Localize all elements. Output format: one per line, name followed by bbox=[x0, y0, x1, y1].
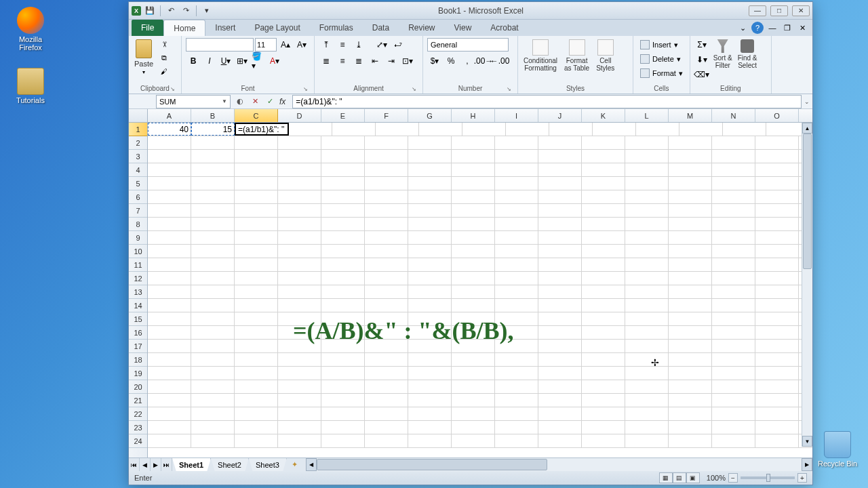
scroll-up-button[interactable]: ▲ bbox=[802, 123, 812, 134]
qat-customize-button[interactable]: ▾ bbox=[201, 5, 213, 17]
cell-C14[interactable] bbox=[235, 299, 278, 312]
cells-area[interactable]: 4015=(a1/b1)&": " =(A/B)&" : "&(B/B),✢ bbox=[148, 123, 812, 471]
scroll-right-button[interactable]: ▶ bbox=[802, 458, 812, 471]
cell-I5[interactable] bbox=[495, 177, 538, 190]
cell-I18[interactable] bbox=[495, 353, 538, 366]
cell-C1[interactable]: =(a1/b1)&": " bbox=[235, 123, 289, 136]
cell-H10[interactable] bbox=[452, 245, 495, 258]
last-sheet-button[interactable]: ⏭ bbox=[161, 458, 172, 471]
sheet-tab-1[interactable]: Sheet1 bbox=[172, 458, 211, 471]
cell-F16[interactable] bbox=[365, 326, 408, 339]
cell-E19[interactable] bbox=[321, 367, 365, 380]
cell-G16[interactable] bbox=[408, 326, 452, 339]
row-header-22[interactable]: 22 bbox=[129, 407, 147, 421]
cell-O9[interactable] bbox=[755, 231, 799, 244]
cell-N10[interactable] bbox=[712, 245, 755, 258]
cell-D12[interactable] bbox=[278, 272, 321, 285]
cell-I1[interactable] bbox=[506, 123, 549, 136]
cell-F12[interactable] bbox=[365, 272, 408, 285]
cell-F22[interactable] bbox=[365, 407, 408, 420]
cell-M17[interactable] bbox=[669, 340, 712, 352]
cell-L19[interactable] bbox=[625, 367, 669, 380]
cell-A13[interactable] bbox=[148, 285, 191, 298]
cell-L21[interactable] bbox=[625, 394, 669, 407]
cell-D2[interactable] bbox=[278, 136, 321, 149]
cell-I11[interactable] bbox=[495, 258, 538, 271]
format-as-table-button[interactable]: Format as Table bbox=[563, 38, 591, 73]
cell-H6[interactable] bbox=[452, 190, 495, 203]
cell-O6[interactable] bbox=[755, 190, 799, 203]
cell-J20[interactable] bbox=[538, 380, 582, 393]
cell-E2[interactable] bbox=[321, 136, 365, 149]
cell-D7[interactable] bbox=[278, 204, 321, 217]
cell-L5[interactable] bbox=[625, 177, 669, 190]
minimize-ribbon-button[interactable]: ⌄ bbox=[736, 22, 749, 34]
cell-C5[interactable] bbox=[235, 177, 278, 190]
save-button[interactable]: 💾 bbox=[144, 5, 156, 17]
cell-J7[interactable] bbox=[538, 204, 582, 217]
cell-L11[interactable] bbox=[625, 258, 669, 271]
cell-J21[interactable] bbox=[538, 394, 582, 407]
cell-C6[interactable] bbox=[235, 190, 278, 203]
cell-M2[interactable] bbox=[669, 136, 712, 149]
cell-O22[interactable] bbox=[755, 407, 799, 420]
grow-font-button[interactable]: A▴ bbox=[278, 38, 293, 52]
cell-B2[interactable] bbox=[191, 136, 235, 149]
cell-A18[interactable] bbox=[148, 353, 191, 366]
tab-formulas[interactable]: Formulas bbox=[310, 20, 363, 36]
cell-H24[interactable] bbox=[452, 434, 495, 447]
hscroll-thumb[interactable] bbox=[317, 459, 547, 470]
cell-K16[interactable] bbox=[582, 326, 625, 339]
autosum-button[interactable]: Σ▾ bbox=[694, 38, 709, 52]
range-finder-button[interactable]: ◐ bbox=[235, 96, 245, 107]
font-name-select[interactable] bbox=[186, 38, 254, 52]
cell-M3[interactable] bbox=[669, 150, 712, 163]
cell-I10[interactable] bbox=[495, 245, 538, 258]
cell-J13[interactable] bbox=[538, 285, 582, 298]
clear-button[interactable]: ⌫▾ bbox=[694, 68, 709, 81]
decrease-decimal-button[interactable]: ←.00 bbox=[492, 54, 507, 68]
cell-G14[interactable] bbox=[408, 299, 452, 312]
italic-button[interactable]: I bbox=[202, 54, 217, 68]
cell-K8[interactable] bbox=[582, 218, 625, 230]
cell-D22[interactable] bbox=[278, 407, 321, 420]
cell-J15[interactable] bbox=[538, 312, 582, 325]
cell-N16[interactable] bbox=[712, 326, 755, 339]
row-header-12[interactable]: 12 bbox=[129, 272, 147, 285]
cell-H13[interactable] bbox=[452, 285, 495, 298]
cell-J1[interactable] bbox=[549, 123, 593, 136]
cell-L3[interactable] bbox=[625, 150, 669, 163]
cell-I15[interactable] bbox=[495, 312, 538, 325]
cell-M13[interactable] bbox=[669, 285, 712, 298]
alignment-launcher[interactable]: ↘ bbox=[410, 86, 417, 93]
tab-home[interactable]: Home bbox=[163, 20, 205, 36]
cell-I20[interactable] bbox=[495, 380, 538, 393]
cell-L7[interactable] bbox=[625, 204, 669, 217]
cell-G24[interactable] bbox=[408, 434, 452, 447]
cell-B12[interactable] bbox=[191, 272, 235, 285]
cell-E23[interactable] bbox=[321, 421, 365, 434]
help-button[interactable]: ? bbox=[751, 22, 764, 34]
cell-D17[interactable] bbox=[278, 340, 321, 352]
cell-J8[interactable] bbox=[538, 218, 582, 230]
row-header-17[interactable]: 17 bbox=[129, 340, 147, 353]
cell-N6[interactable] bbox=[712, 190, 755, 203]
font-color-button[interactable]: A▾ bbox=[267, 54, 282, 68]
cell-C4[interactable] bbox=[235, 163, 278, 176]
file-tab[interactable]: File bbox=[132, 20, 163, 36]
cell-K13[interactable] bbox=[582, 285, 625, 298]
cell-L13[interactable] bbox=[625, 285, 669, 298]
cell-F10[interactable] bbox=[365, 245, 408, 258]
cell-D3[interactable] bbox=[278, 150, 321, 163]
cell-F9[interactable] bbox=[365, 231, 408, 244]
cell-B14[interactable] bbox=[191, 299, 235, 312]
cell-F7[interactable] bbox=[365, 204, 408, 217]
zoom-level[interactable]: 100% bbox=[707, 474, 726, 482]
column-header-M[interactable]: M bbox=[669, 109, 712, 122]
cell-C11[interactable] bbox=[235, 258, 278, 271]
cell-B15[interactable] bbox=[191, 312, 235, 325]
cell-N5[interactable] bbox=[712, 177, 755, 190]
cell-A19[interactable] bbox=[148, 367, 191, 380]
column-header-D[interactable]: D bbox=[278, 109, 321, 122]
cell-D1[interactable] bbox=[289, 123, 332, 136]
